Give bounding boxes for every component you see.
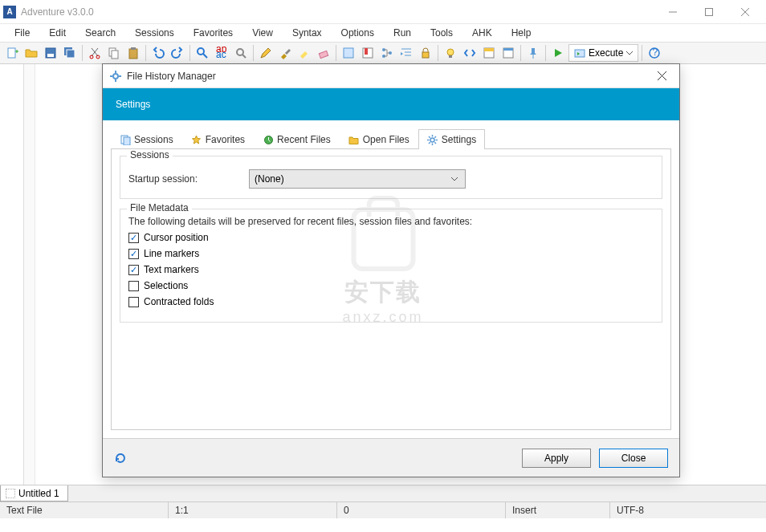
- panel-icon[interactable]: [480, 44, 498, 62]
- find-icon[interactable]: [194, 44, 211, 62]
- new-file-icon[interactable]: [3, 44, 21, 62]
- recent-icon: [263, 134, 274, 145]
- toolbar-separator: [189, 45, 190, 61]
- menu-run[interactable]: Run: [384, 24, 421, 42]
- tab-label: Settings: [442, 134, 476, 145]
- file-tab[interactable]: Untitled 1: [0, 485, 68, 502]
- svg-point-17: [198, 48, 204, 55]
- svg-rect-16: [131, 47, 136, 50]
- undo-icon[interactable]: [149, 44, 167, 62]
- checkbox-contracted-folds[interactable]: Contracted folds: [128, 296, 654, 307]
- brush-icon[interactable]: [276, 44, 294, 62]
- menu-ahk[interactable]: AHK: [462, 24, 502, 42]
- checkbox-box[interactable]: [128, 249, 139, 259]
- tab-favorites[interactable]: Favorites: [182, 129, 254, 149]
- window-controls: [654, 1, 763, 23]
- combo-value: (None): [255, 173, 284, 185]
- menu-edit[interactable]: Edit: [39, 24, 75, 42]
- pin-icon[interactable]: [524, 44, 542, 62]
- tab-settings[interactable]: Settings: [418, 129, 485, 149]
- minimize-button[interactable]: [654, 1, 691, 23]
- close-icon: [658, 71, 666, 80]
- help-icon[interactable]: ?: [646, 44, 663, 62]
- tab-label: Favorites: [206, 134, 245, 145]
- status-position: 1:1: [169, 502, 337, 518]
- svg-text:ac: ac: [216, 49, 226, 59]
- menu-search[interactable]: Search: [75, 24, 125, 42]
- svg-rect-37: [484, 48, 494, 51]
- apply-button[interactable]: Apply: [522, 449, 591, 468]
- checkbox-box[interactable]: [128, 233, 139, 243]
- menu-view[interactable]: View: [242, 24, 283, 42]
- run-icon[interactable]: [549, 44, 567, 62]
- checkbox-box[interactable]: [128, 265, 139, 275]
- form-icon[interactable]: [340, 44, 357, 62]
- replace-icon[interactable]: abac: [213, 44, 230, 62]
- svg-text:?: ?: [653, 47, 658, 58]
- menu-help[interactable]: Help: [502, 24, 541, 42]
- metadata-description: The following details will be preserved …: [128, 216, 654, 227]
- checkbox-text-markers[interactable]: Text markers: [128, 264, 654, 275]
- close-dialog-button[interactable]: Close: [599, 449, 668, 468]
- lock-icon[interactable]: [417, 44, 434, 62]
- save-all-icon[interactable]: [61, 44, 79, 62]
- menu-tools[interactable]: Tools: [421, 24, 462, 42]
- checkbox-box[interactable]: [128, 281, 139, 291]
- dialog-close-button[interactable]: [646, 65, 678, 87]
- file-history-dialog: File History Manager Settings Sessions F…: [102, 63, 680, 477]
- startup-session-combo[interactable]: (None): [249, 169, 466, 189]
- indent-icon[interactable]: [397, 44, 415, 62]
- menu-options[interactable]: Options: [332, 24, 384, 42]
- tree-icon[interactable]: [378, 44, 396, 62]
- svg-line-22: [242, 55, 246, 58]
- execute-dropdown[interactable]: Execute: [568, 44, 638, 62]
- close-button[interactable]: [727, 1, 763, 23]
- paste-icon[interactable]: [124, 44, 142, 62]
- execute-label: Execute: [589, 47, 623, 59]
- checkbox-box[interactable]: [128, 297, 139, 307]
- toolbar-separator: [520, 45, 521, 61]
- main-titlebar: A Adventure v3.0.0: [0, 0, 766, 24]
- open-folder-icon[interactable]: [22, 44, 40, 62]
- toolbar-separator: [545, 45, 546, 61]
- sessions-icon: [120, 134, 131, 145]
- checkbox-selections[interactable]: Selections: [128, 280, 654, 291]
- checkbox-line-markers[interactable]: Line markers: [128, 248, 654, 259]
- copy-icon[interactable]: [105, 44, 123, 62]
- statusbar: Text File 1:1 0 Insert UTF-8: [0, 502, 766, 518]
- toolbar-separator: [253, 45, 254, 61]
- checkbox-label: Contracted folds: [144, 296, 214, 307]
- bulb-icon[interactable]: [442, 44, 459, 62]
- search-files-icon[interactable]: [232, 44, 250, 62]
- save-icon[interactable]: [42, 44, 59, 62]
- highlight-icon[interactable]: [295, 44, 313, 62]
- svg-line-18: [203, 54, 207, 58]
- tab-recent-files[interactable]: Recent Files: [254, 129, 340, 149]
- pencil-icon[interactable]: [257, 44, 275, 62]
- window-icon[interactable]: [499, 44, 517, 62]
- tab-open-files[interactable]: Open Files: [340, 129, 418, 149]
- code-icon[interactable]: [461, 44, 479, 62]
- file-tab-label: Untitled 1: [18, 488, 59, 499]
- status-encoding: UTF-8: [610, 502, 766, 518]
- svg-rect-52: [124, 137, 130, 145]
- cut-icon[interactable]: [86, 44, 104, 62]
- menu-file[interactable]: File: [5, 24, 39, 42]
- redo-icon[interactable]: [169, 44, 186, 62]
- menu-favorites[interactable]: Favorites: [184, 24, 242, 42]
- maximize-button[interactable]: [691, 1, 727, 23]
- status-filetype: Text File: [0, 502, 169, 518]
- eraser-icon[interactable]: [315, 44, 332, 62]
- bookmark-icon[interactable]: [359, 44, 377, 62]
- svg-point-54: [430, 138, 434, 142]
- menu-syntax[interactable]: Syntax: [283, 24, 332, 42]
- star-icon: [191, 134, 202, 145]
- tab-sessions[interactable]: Sessions: [111, 129, 182, 149]
- refresh-button[interactable]: [114, 452, 127, 465]
- svg-rect-1: [705, 8, 712, 15]
- gear-icon: [427, 134, 438, 145]
- checkbox-cursor-position[interactable]: Cursor position: [128, 232, 654, 243]
- menu-sessions[interactable]: Sessions: [125, 24, 184, 42]
- svg-rect-4: [8, 48, 15, 58]
- file-icon: [6, 489, 15, 498]
